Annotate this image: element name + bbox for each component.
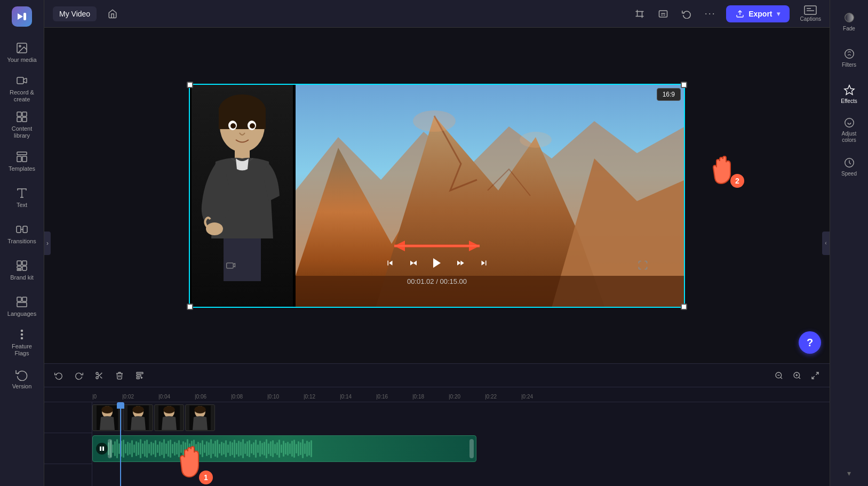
svg-rect-4	[22, 112, 27, 116]
sidebar-item-your-media[interactable]: Your media	[2, 35, 42, 69]
right-item-effects[interactable]: Effects	[832, 77, 866, 111]
sidebar-item-languages[interactable]: Languages	[2, 289, 42, 323]
sidebar-label-record-create: Record &create	[10, 89, 34, 103]
track-pause-button[interactable]	[96, 443, 108, 455]
aspect-ratio-badge[interactable]: 16:9	[657, 88, 681, 101]
app-logo	[10, 4, 34, 29]
svg-rect-3	[17, 112, 21, 116]
forward-button[interactable]	[451, 253, 470, 273]
fullscreen-button[interactable]	[638, 260, 648, 273]
ruler-mark-20: |0:20	[449, 394, 485, 402]
time-display: 00:01.02 / 00:15.00	[407, 277, 467, 285]
zoom-out-button[interactable]	[771, 368, 787, 384]
svg-line-57	[98, 374, 99, 376]
svg-rect-12	[17, 261, 21, 265]
ruler-mark-0: |0	[92, 394, 122, 402]
sidebar-item-feature-flags[interactable]: FeatureFlags	[2, 325, 42, 360]
track-labels	[44, 402, 92, 486]
sidebar-label-your-media: Your media	[7, 57, 36, 63]
right-item-speed[interactable]: Speed	[832, 149, 866, 184]
avatar-track[interactable]	[92, 404, 215, 431]
tracks-area: 1	[44, 402, 830, 486]
zoom-in-button[interactable]	[789, 368, 805, 384]
rotate-button[interactable]	[677, 4, 696, 23]
ruler-mark-6: |0:06	[195, 394, 231, 402]
svg-point-32	[230, 123, 236, 129]
skip-to-end-button[interactable]	[474, 253, 493, 273]
project-name-input[interactable]: My Video	[53, 6, 97, 21]
svg-rect-23	[638, 11, 642, 16]
collapse-left-panel[interactable]: ›	[44, 232, 51, 255]
svg-rect-60	[137, 377, 139, 379]
svg-point-20	[21, 330, 23, 331]
export-button[interactable]: Export ▾	[726, 5, 789, 22]
svg-rect-59	[137, 375, 141, 376]
svg-point-78	[163, 406, 175, 413]
svg-point-22	[21, 337, 23, 339]
sidebar-item-content-library[interactable]: Contentlibrary	[2, 108, 42, 142]
camera-preview-icon[interactable]	[226, 260, 236, 273]
avatar-bg	[192, 84, 293, 308]
skip-to-start-button[interactable]	[380, 253, 400, 273]
crop-button[interactable]	[630, 4, 649, 23]
svg-point-44	[520, 132, 552, 148]
help-button[interactable]: ?	[799, 331, 821, 354]
right-item-filters[interactable]: Filters	[832, 41, 866, 75]
ruler-mark-16: |0:16	[376, 394, 412, 402]
annotation-hand-2: 2	[706, 145, 740, 188]
right-item-adjust-colors[interactable]: Adjustcolors	[832, 113, 866, 147]
add-to-timeline-button[interactable]	[132, 368, 148, 384]
right-label-effects: Effects	[841, 98, 857, 104]
ruler-mark-2: |0:02	[122, 394, 158, 402]
ruler-marks: |0 |0:02 |0:04 |0:06 |0:08 |0:10 |0:12 |…	[92, 394, 558, 402]
undo-timeline-button[interactable]	[51, 368, 67, 384]
subtitle-button[interactable]	[654, 4, 673, 23]
svg-rect-29	[219, 108, 266, 129]
video-preview: 16:9	[189, 84, 685, 308]
delete-button[interactable]	[112, 368, 128, 384]
fit-timeline-button[interactable]	[807, 368, 823, 384]
mountain-video	[296, 84, 685, 308]
sidebar-item-version[interactable]: Version	[2, 362, 42, 396]
sidebar-item-brand-kit[interactable]: Brand kit	[2, 253, 42, 287]
ruler-mark-18: |0:18	[412, 394, 449, 402]
redo-timeline-button[interactable]	[71, 368, 87, 384]
undo-button[interactable]	[103, 4, 122, 23]
video-track-label	[44, 433, 92, 464]
main-video-track[interactable]	[92, 435, 476, 462]
sidebar-item-templates[interactable]: Templates	[2, 144, 42, 178]
right-item-fade[interactable]: Fade	[832, 4, 866, 38]
timeline-area: |0 |0:02 |0:04 |0:06 |0:08 |0:10 |0:12 |…	[44, 363, 830, 486]
svg-rect-51	[227, 263, 234, 268]
track-start-handle[interactable]	[108, 439, 112, 458]
sidebar-label-text: Text	[17, 202, 27, 208]
svg-point-43	[413, 110, 456, 132]
captions-panel[interactable]: Captions	[800, 5, 821, 22]
svg-rect-19	[17, 302, 27, 307]
cut-button[interactable]	[91, 368, 107, 384]
svg-line-62	[781, 377, 782, 379]
top-bar-actions: ···	[630, 4, 720, 23]
right-label-filters: Filters	[842, 62, 856, 68]
avatar-video	[189, 84, 296, 308]
svg-point-53	[96, 372, 98, 375]
play-button[interactable]	[427, 253, 447, 273]
avatar-thumb-4	[185, 404, 215, 431]
rewind-button[interactable]	[404, 253, 423, 273]
svg-rect-10	[17, 226, 21, 233]
more-options-button[interactable]: ···	[700, 4, 720, 23]
sidebar-item-transitions[interactable]: Transitions	[2, 217, 42, 251]
annotation-badge-1: 1	[199, 471, 213, 484]
sidebar-item-record-create[interactable]: Record &create	[2, 71, 42, 106]
svg-rect-16	[22, 266, 27, 270]
track-end-handle[interactable]	[469, 439, 474, 458]
svg-rect-13	[22, 261, 27, 265]
right-sidebar-chevron[interactable]: ▾	[847, 469, 851, 482]
sidebar-label-content-library: Contentlibrary	[12, 125, 33, 139]
svg-rect-83	[102, 447, 104, 451]
collapse-right-panel[interactable]: ‹	[822, 232, 830, 255]
timeline-content: |0 |0:02 |0:04 |0:06 |0:08 |0:10 |0:12 |…	[44, 387, 830, 486]
svg-point-35	[206, 222, 223, 235]
sidebar-item-text[interactable]: Text	[2, 180, 42, 214]
avatar-thumb-3	[154, 404, 184, 431]
